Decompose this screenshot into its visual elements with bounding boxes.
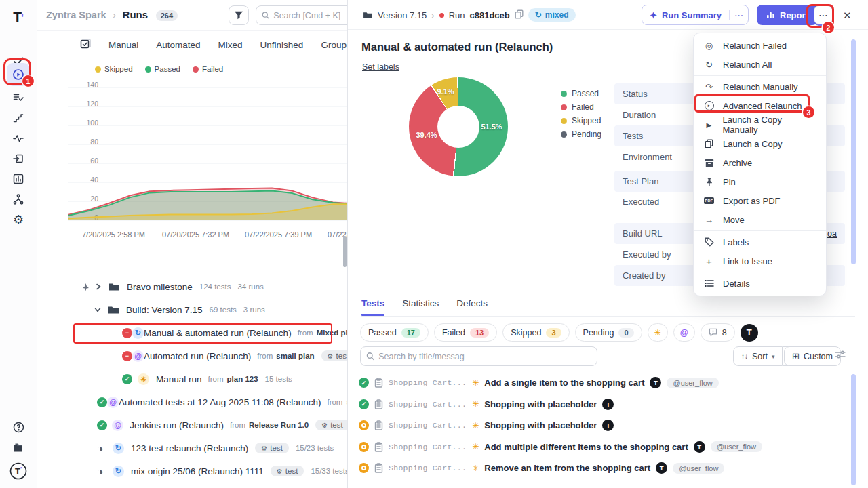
test-label-badge[interactable]: ⚙test [255,443,289,453]
tab-groups[interactable]: Groups [321,40,347,50]
run-summary-more-button[interactable]: ⋯ [729,10,748,20]
menu-item-relaunch-all[interactable]: ↻Relaunch All [694,55,826,74]
set-labels-link[interactable]: Set labels [362,62,399,72]
run-name[interactable]: mix origin 25/06 (Relaunch) 1111 [131,466,264,476]
run-name[interactable]: Automated tests at 12 Aug 2025 11:08 (Re… [119,397,321,407]
tab-automated[interactable]: Automated [156,40,200,50]
legend-passed[interactable]: Passed [145,65,180,73]
plan-name[interactable]: plan 123 [227,375,258,383]
plan-name[interactable]: small plan [276,352,314,360]
breadcrumb-section[interactable]: Runs [123,9,149,20]
tree-row-run-aug12[interactable]: ✓ @ Automated tests at 12 Aug 2025 11:08… [79,390,347,413]
runs-history-area-chart[interactable] [68,83,347,222]
tree-row-run-mix-origin[interactable]: ◑ ↻ mix origin 25/06 (Relaunch) 1111 ⚙te… [79,460,347,483]
details-scrollbar[interactable] [851,39,856,264]
assignee-badge[interactable]: T [694,441,705,453]
menu-item-link-to-issue[interactable]: +Link to Issue [694,251,826,270]
report-button[interactable]: Report [757,5,818,25]
app-logo[interactable]: T' [7,5,30,28]
test-row[interactable]: Shopping Cart... ✳ Add multiple differen… [359,436,861,458]
legend-failed[interactable]: Failed [193,65,223,73]
sort-button[interactable]: ↑↓Sort▾ [733,346,783,366]
menu-item-move[interactable]: →Move [694,210,826,229]
reports-chart-icon[interactable] [7,171,30,187]
left-scrollbar[interactable] [343,236,347,267]
tab-defects[interactable]: Defects [456,298,488,316]
filter-passed[interactable]: Passed17 [360,323,429,342]
settings-gear-icon[interactable]: ⚙ [7,211,30,228]
tag-user-flow[interactable]: @user_flow [673,463,724,474]
tune-filters-icon[interactable] [835,349,846,362]
workspace-logo-icon[interactable]: T' [7,460,30,483]
plan-name[interactable]: Release Run 1.0 [249,421,309,429]
mixed-type-badge[interactable]: ↻mixed [528,8,576,22]
test-row[interactable]: Shopping Cart... ✳ Remove an item from t… [359,458,861,479]
filter-manual-type[interactable]: ✳ [648,323,668,342]
menu-item-relaunch-manually[interactable]: ↷Relaunch Manually [694,77,826,96]
tests-scrollbar[interactable] [851,374,856,485]
tab-manual[interactable]: Manual [108,40,138,50]
assignee-badge[interactable]: T [602,420,614,431]
tree-row-run-manual[interactable]: ✓ ✳ Manual run from plan 123 15 tests [79,367,347,390]
suite-name[interactable]: Shopping Cart... [389,400,467,409]
menu-item-launch-copy-manually[interactable]: ▶Launch a Copy Manually [694,115,826,134]
test-title[interactable]: Add a single item to the shopping cart [484,378,644,388]
tree-row-run-jenkins[interactable]: ✓ @ Jenkins run (Relaunch) from Release … [79,413,347,436]
run-summary-button[interactable]: ✦Run Summary [642,10,729,20]
build-folder-name[interactable]: Build: Version 7.15 [126,305,203,315]
plan-name[interactable]: Mixed plan [317,329,347,337]
test-title[interactable]: Remove an item from the shopping cart [484,463,650,473]
menu-item-archive[interactable]: Archive [694,153,826,172]
suite-name[interactable]: Shopping Cart... [389,378,467,387]
suite-name[interactable]: Shopping Cart... [389,421,467,430]
tag-user-flow[interactable]: @user_flow [667,378,718,388]
filter-failed[interactable]: Failed13 [434,323,497,342]
menu-item-labels[interactable]: Labels [694,232,826,251]
ai-bot-button[interactable]: T [741,324,758,342]
legend-skipped[interactable]: Skipped [95,65,133,73]
tab-mixed[interactable]: Mixed [218,40,243,50]
branch-icon[interactable] [7,191,30,207]
menu-item-launch-copy[interactable]: Launch a Copy [694,134,826,153]
tests-search[interactable] [360,346,597,366]
tab-tests[interactable]: Tests [361,298,384,316]
activity-pulse-icon[interactable] [7,130,30,146]
test-label-badge[interactable]: ⚙test [315,420,347,430]
menu-item-pin[interactable]: Pin [694,172,826,191]
select-all-icon[interactable] [79,39,91,52]
run-name[interactable]: Manual & automated run (Relaunch) [144,328,292,338]
copy-icon[interactable] [515,9,524,21]
run-name[interactable]: 123 test relaunch (Relaunch) [131,443,248,453]
test-row[interactable]: ✓ Shopping Cart... ✳ Shopping with place… [359,394,861,415]
menu-item-details[interactable]: Details [694,274,826,293]
tree-row-run-123-relaunch[interactable]: ◑ ↻ 123 test relaunch (Relaunch) ⚙test 1… [79,436,347,460]
assignee-badge[interactable]: T [656,462,667,474]
tests-search-input[interactable] [378,352,591,361]
tab-unfinished[interactable]: Unfinished [260,40,304,50]
filter-button[interactable] [229,5,249,25]
test-plans-icon[interactable] [7,89,30,106]
tab-statistics[interactable]: Statistics [402,298,439,316]
milestone-name[interactable]: Bravo milestone [127,282,193,292]
assignee-badge[interactable]: T [602,399,614,410]
milestones-stairs-icon[interactable] [7,110,30,126]
filter-skipped[interactable]: Skipped3 [502,323,569,342]
tree-row-run-automated[interactable]: − @ Automated run (Relaunch) from small … [79,344,347,367]
chevron-right-icon[interactable] [95,283,102,290]
filter-automated-type[interactable]: @ [673,323,695,342]
filter-pending[interactable]: Pending0 [575,323,642,342]
tree-row-bravo-milestone[interactable]: Bravo milestone 124 tests 34 runs [79,275,347,298]
breadcrumb-project[interactable]: Zyntra Spark [46,9,106,20]
run-name[interactable]: Manual run [156,374,202,384]
run-name[interactable]: Automated run (Relaunch) [144,351,251,361]
suite-name[interactable]: Shopping Cart... [389,443,467,451]
chevron-down-icon[interactable] [94,306,101,313]
test-title[interactable]: Shopping with placeholder [484,420,597,430]
menu-item-relaunch-failed[interactable]: ◎Relaunch Failed [694,36,826,55]
run-name[interactable]: Jenkins run (Relaunch) [130,420,224,430]
version-crumb[interactable]: Version 7.15 [378,10,427,20]
test-row[interactable]: ✓ Shopping Cart... ✳ Add a single item t… [359,372,861,394]
docs-folder-icon[interactable] [7,439,30,455]
help-icon[interactable] [7,419,30,435]
runs-search[interactable] [256,5,347,25]
